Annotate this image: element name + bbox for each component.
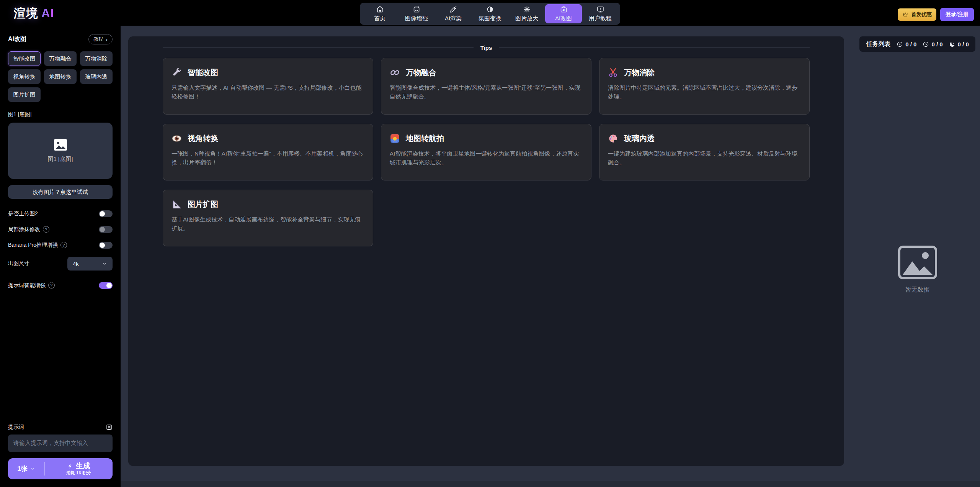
image-upload-caption: 图1 [底图]	[48, 156, 73, 163]
task-counter-value: 0 / 0	[931, 41, 942, 48]
tutorial-button[interactable]: 教程 ›	[88, 34, 113, 44]
feature-card-图片扩图: 图片扩图基于AI图像生成技术，自动延展画布边缘，智能补全背景与细节，实现无痕扩展…	[163, 190, 373, 246]
toggle-banana-pro[interactable]	[99, 242, 113, 249]
nav-item-ambience-change[interactable]: 氛围变换	[472, 4, 508, 23]
card-title: 视角转换	[188, 133, 218, 144]
brand-logo[interactable]: 渲境AI	[14, 5, 54, 21]
card-title: 万物融合	[406, 67, 436, 78]
main-content: Tips 智能改图只需输入文字描述，AI 自动帮你改图 — 无需PS，支持局部修…	[128, 36, 844, 466]
toggle-upload-image2[interactable]	[99, 210, 113, 217]
ai-render-icon	[449, 5, 457, 13]
tab-glass[interactable]: 玻璃内透	[80, 69, 113, 84]
scissors-icon	[608, 67, 618, 78]
task-counter-value: 0 / 0	[958, 41, 969, 48]
toggle-prompt-enhance[interactable]	[99, 282, 113, 289]
image-upload-dropzone[interactable]: 图1 [底图]	[8, 123, 113, 179]
tab-view-change[interactable]: 视角转换	[8, 69, 41, 84]
card-description: 消除图片中特定区域的元素。消除区域不宜占比过大，建议分次消除，逐步处理。	[608, 83, 801, 101]
horizontal-scrollbar-track[interactable]	[121, 481, 980, 487]
login-register-button[interactable]: 登录/注册	[940, 8, 974, 21]
image-count-dropdown[interactable]: 1张	[8, 458, 44, 479]
option-toggles: 是否上传图2局部涂抹修改?Banana Pro推理增强?	[8, 206, 113, 253]
lightning-icon	[67, 463, 73, 469]
tab-outpaint[interactable]: 图片扩图	[8, 87, 41, 102]
nav-item-user-tutorial[interactable]: 用户教程	[582, 4, 619, 23]
toggle-knob	[100, 227, 105, 232]
generate-button[interactable]: 生成 消耗 16 积分	[45, 458, 113, 479]
image-slot-label: 图1 [底图]	[8, 111, 113, 118]
palette-icon	[608, 133, 618, 144]
card-title: 智能改图	[188, 67, 218, 78]
toggle-label-local-paint-edit: 局部涂抹修改?	[8, 226, 49, 233]
wrench-icon	[172, 67, 182, 78]
eye-icon	[172, 133, 182, 144]
card-header: 智能改图	[172, 67, 364, 78]
output-size-value: 4k	[73, 261, 79, 267]
task-empty-state: 暂无数据	[859, 52, 975, 487]
no-image-try-button[interactable]: 没有图片？点这里试试	[8, 185, 113, 199]
help-icon[interactable]: ?	[60, 242, 67, 248]
generate-label: 生成	[76, 462, 90, 471]
help-icon[interactable]: ?	[48, 282, 55, 289]
card-header: 地图转航拍	[390, 133, 583, 144]
task-counter-night: 0 / 0	[949, 41, 969, 48]
nav-item-home[interactable]: 首页	[361, 4, 398, 23]
chevron-down-icon	[102, 261, 107, 266]
toggle-row-upload-image2: 是否上传图2	[8, 206, 113, 221]
feature-card-万物消除: 万物消除消除图片中特定区域的元素。消除区域不宜占比过大，建议分次消除，逐步处理。	[599, 58, 810, 115]
nav-item-label: 图像增强	[405, 15, 428, 22]
feature-card-玻璃内透: 玻璃内透一键为建筑玻璃内部添加逼真的内部场景，支持光影穿透、材质反射与环境融合。	[599, 124, 810, 180]
task-list-header: 任务列表 0 / 00 / 00 / 0	[859, 36, 975, 52]
toggle-label-text: 是否上传图2	[8, 210, 38, 217]
tab-smart-edit[interactable]: 智能改图	[8, 51, 41, 66]
ai-edit-icon: AI	[560, 5, 568, 13]
nav-item-ai-edit[interactable]: AIAI改图	[545, 4, 582, 23]
tips-divider: Tips	[163, 41, 810, 54]
card-header: 视角转换	[172, 133, 364, 144]
moon-icon	[949, 41, 956, 48]
help-icon[interactable]: ?	[43, 226, 49, 233]
toggle-local-paint-edit[interactable]	[99, 226, 113, 233]
no-data-image-icon	[898, 245, 938, 280]
task-counter-running: 0 / 0	[897, 41, 916, 48]
bolt-circle-icon	[897, 41, 903, 48]
card-description: 只需输入文字描述，AI 自动帮你改图 — 无需PS，支持局部修改，小白也能轻松修…	[172, 83, 364, 101]
nav-item-image-enhance[interactable]: 图像增强	[398, 4, 435, 23]
saved-prompts-icon[interactable]	[106, 424, 113, 431]
output-size-select[interactable]: 4k	[67, 257, 113, 271]
image-placeholder-icon	[54, 139, 67, 151]
link-icon	[390, 67, 400, 78]
output-size-row: 出图尺寸 4k	[8, 257, 113, 271]
card-title: 玻璃内透	[624, 133, 655, 144]
mode-tabs: 智能改图万物融合万物消除视角转换地图转换玻璃内透图片扩图	[8, 51, 113, 102]
tutorial-button-label: 教程	[93, 36, 103, 43]
nav-item-label: 氛围变换	[479, 15, 501, 22]
feature-card-视角转换: 视角转换一张图，N种视角！AI帮你“重新拍一遍”，不用爬楼、不用架相机，角度随心…	[163, 124, 373, 180]
image-count-value: 1张	[17, 464, 27, 473]
clock-icon	[923, 41, 929, 48]
sunrise-icon	[390, 133, 400, 144]
top-right-actions: 首发优惠 登录/注册	[898, 8, 974, 21]
card-header: 图片扩图	[172, 199, 364, 210]
sidebar-spacer	[8, 293, 113, 424]
nav-item-image-upscale[interactable]: 图片放大	[508, 4, 545, 23]
tab-map-convert[interactable]: 地图转换	[44, 69, 77, 84]
tab-erase[interactable]: 万物消除	[80, 51, 113, 66]
crown-icon	[902, 11, 908, 18]
upscale-icon	[523, 5, 531, 13]
prompt-enhance-row: 提示词智能增强 ?	[8, 277, 113, 293]
card-header: 玻璃内透	[608, 133, 801, 144]
top-bar: 渲境AI 首页图像增强AI渲染氛围变换图片放大AIAI改图用户教程 首发优惠 登…	[0, 0, 980, 26]
task-counter-value: 0 / 0	[905, 41, 916, 48]
promo-button[interactable]: 首发优惠	[898, 8, 936, 21]
tab-fusion[interactable]: 万物融合	[44, 51, 77, 66]
nav-item-ai-render[interactable]: AI渲染	[435, 4, 472, 23]
prompt-input[interactable]	[8, 435, 113, 452]
task-list-title: 任务列表	[866, 40, 890, 48]
feature-card-万物融合: 万物融合智能图像合成技术，一键将主体/风格/元素从一张图“迁移”至另一张图，实现…	[381, 58, 591, 115]
card-title: 万物消除	[624, 67, 655, 78]
nav-item-label: AI渲染	[445, 15, 462, 22]
no-data-text: 暂无数据	[905, 286, 930, 294]
toggle-label-upload-image2: 是否上传图2	[8, 210, 38, 217]
nav-item-label: AI改图	[555, 15, 572, 22]
